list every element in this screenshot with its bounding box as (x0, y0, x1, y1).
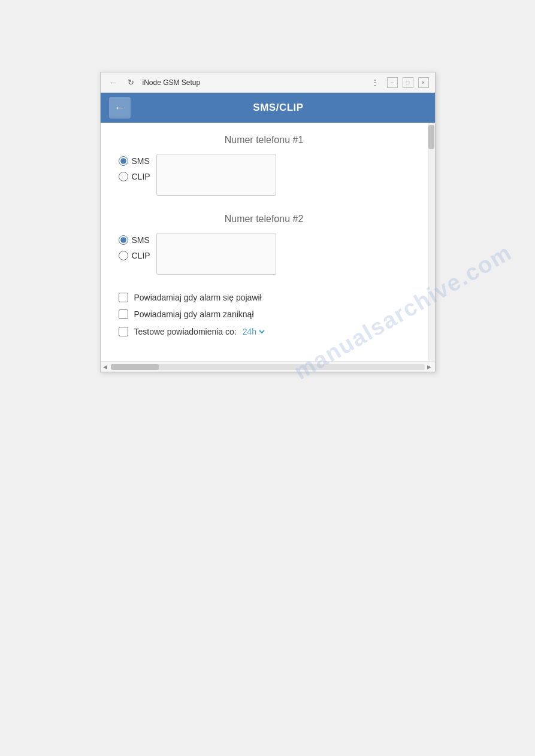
browser-wrapper: ← ↻ iNode GSM Setup ⋮ – □ × ← SMS/CLIP (100, 72, 436, 372)
test-notify-checkbox[interactable] (119, 327, 128, 336)
content-row: Numer telefonu #1 SMS CLIP (101, 123, 435, 361)
notify-appear-label[interactable]: Powiadamiaj gdy alarm się pojawił (119, 293, 410, 302)
notify-appear-checkbox[interactable] (119, 293, 128, 302)
notify-disappear-label[interactable]: Powiadamiaj gdy alarm zaniknął (119, 309, 410, 319)
browser-window: ← ↻ iNode GSM Setup ⋮ – □ × ← SMS/CLIP (100, 72, 436, 372)
app-content: Numer telefonu #1 SMS CLIP (101, 123, 428, 361)
phone1-sms-radio[interactable] (119, 156, 128, 166)
phone1-sms-text: SMS (132, 156, 150, 166)
phone2-input[interactable] (156, 233, 276, 275)
test-notify-prefix: Testowe powiadomienia co: (134, 327, 237, 336)
vertical-scrollbar[interactable] (428, 123, 435, 361)
phone2-section: Numer telefonu #2 SMS CLIP (119, 214, 410, 275)
phone2-sms-radio[interactable] (119, 235, 128, 245)
phone2-radio-group: SMS CLIP (119, 235, 150, 260)
horizontal-scrollbar[interactable] (111, 364, 425, 370)
notify-appear-text: Powiadamiaj gdy alarm się pojawił (134, 293, 262, 302)
refresh-button[interactable]: ↻ (125, 76, 138, 89)
phone2-sms-text: SMS (132, 235, 150, 245)
phone2-clip-radio[interactable] (119, 251, 128, 260)
checkbox-section: Powiadamiaj gdy alarm się pojawił Powiad… (119, 293, 410, 337)
title-bar-right: ⋮ – □ × (371, 77, 429, 88)
phone1-title: Numer telefonu #1 (119, 135, 410, 145)
phone1-clip-radio[interactable] (119, 172, 128, 181)
phone2-row: SMS CLIP (119, 233, 410, 275)
test-notify-label[interactable]: Testowe powiadomienia co: 24h 12h 6h 1h (119, 326, 410, 337)
app-header: ← SMS/CLIP (101, 93, 435, 123)
phone1-section: Numer telefonu #1 SMS CLIP (119, 135, 410, 196)
test-row: Testowe powiadomienia co: 24h 12h 6h 1h (134, 326, 267, 337)
phone2-clip-text: CLIP (132, 251, 150, 260)
notify-disappear-checkbox[interactable] (119, 309, 128, 319)
notify-disappear-text: Powiadamiaj gdy alarm zaniknął (134, 309, 254, 319)
phone1-sms-label[interactable]: SMS (119, 156, 150, 166)
interval-select[interactable]: 24h 12h 6h 1h (240, 326, 267, 337)
scroll-right-arrow[interactable]: ▶ (427, 364, 431, 370)
close-button[interactable]: × (418, 77, 429, 88)
phone2-clip-label[interactable]: CLIP (119, 251, 150, 260)
back-nav-button[interactable]: ← (107, 76, 120, 89)
app-title: SMS/CLIP (131, 102, 427, 114)
phone2-sms-label[interactable]: SMS (119, 235, 150, 245)
back-arrow-icon: ← (114, 102, 125, 114)
maximize-button[interactable]: □ (403, 77, 413, 88)
title-bar-left: ← ↻ iNode GSM Setup (107, 76, 201, 89)
scroll-left-arrow[interactable]: ◀ (103, 364, 107, 370)
bottom-bar: ◀ ▶ (101, 361, 435, 372)
phone1-clip-text: CLIP (132, 172, 150, 181)
minimize-button[interactable]: – (387, 77, 398, 88)
app-back-button[interactable]: ← (109, 97, 131, 119)
h-scrollbar-thumb[interactable] (111, 364, 159, 370)
window-controls: – □ × (387, 77, 429, 88)
phone1-input[interactable] (156, 154, 276, 196)
phone2-title: Numer telefonu #2 (119, 214, 410, 224)
window-title: iNode GSM Setup (143, 78, 201, 87)
scrollbar-thumb[interactable] (428, 125, 434, 149)
more-menu-icon[interactable]: ⋮ (371, 78, 379, 87)
phone1-row: SMS CLIP (119, 154, 410, 196)
title-bar: ← ↻ iNode GSM Setup ⋮ – □ × (101, 72, 435, 93)
phone1-clip-label[interactable]: CLIP (119, 172, 150, 181)
phone1-radio-group: SMS CLIP (119, 156, 150, 181)
